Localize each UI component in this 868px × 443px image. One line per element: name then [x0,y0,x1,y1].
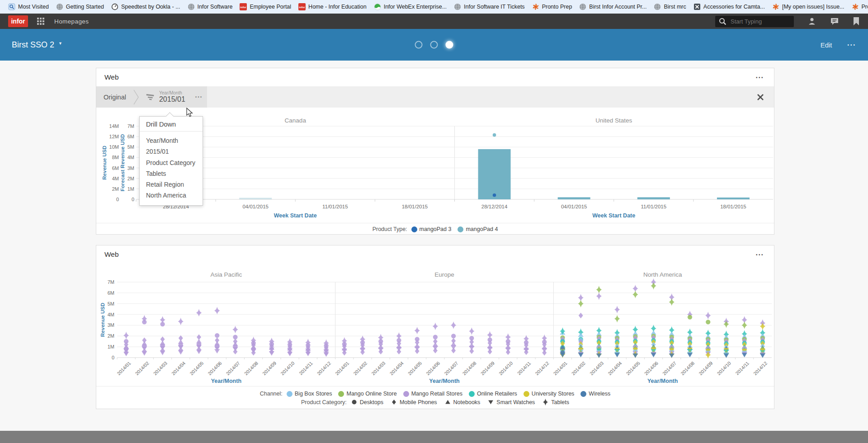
scatter-marker[interactable] [451,348,456,353]
bookmark-item[interactable]: Accessories for Camta... [690,0,769,14]
category-legend-item[interactable]: Desktops [351,399,383,405]
scatter-marker[interactable] [688,315,692,319]
scatter-marker[interactable] [614,315,620,323]
scatter-marker[interactable] [578,353,584,358]
bookmark-item[interactable]: Infor WebEx Enterprise... [370,0,450,14]
edit-button[interactable]: Edit [821,41,832,49]
menu-item-2015-01[interactable]: 2015/01 [140,146,203,157]
scatter-marker[interactable] [269,351,274,356]
category-legend-item[interactable]: Notebooks [444,399,481,405]
scatter-marker[interactable] [214,307,220,315]
scatter-marker[interactable] [178,350,184,355]
scatter-marker[interactable] [760,322,765,330]
bookmark-item[interactable]: Speedtest by Ookla - ... [108,0,184,14]
scatter-marker[interactable] [324,352,329,357]
scatter-marker[interactable] [506,349,510,355]
carousel-dot-1[interactable] [415,41,423,49]
bookmark-item[interactable]: Most Visited [5,0,52,14]
scatter-marker[interactable] [287,352,292,356]
scatter-marker[interactable] [742,353,747,358]
scatter-marker[interactable] [632,291,638,298]
bookmark-item[interactable]: Pronto Prep [528,0,576,14]
app-grid-icon[interactable] [37,18,44,25]
scatter-marker[interactable] [560,353,565,358]
scatter-marker[interactable] [596,286,602,293]
scatter-marker[interactable] [542,350,547,355]
carousel-dot-2[interactable] [430,41,438,49]
scatter-chart-revenue-by-month[interactable]: 01M2M3M4M5M6M7MRevenue USDAsia Pacific20… [96,269,774,386]
scatter-marker[interactable] [596,292,602,300]
scatter-marker[interactable] [433,322,438,330]
point-mangopad4[interactable] [493,133,496,137]
scatter-marker[interactable] [196,349,202,354]
scatter-marker[interactable] [414,327,420,335]
dashboard-title-dropdown[interactable]: Birst SSO 2 ▼ [12,40,62,50]
menu-item-product-category[interactable]: Product Category [140,157,203,168]
breadcrumb-original[interactable]: Original [96,86,133,108]
legend-item[interactable]: mangoPad 3 [411,226,452,232]
menu-item-year-month[interactable]: Year/Month [140,135,203,146]
point-mangopad3[interactable] [493,193,496,197]
scatter-marker[interactable] [305,352,311,356]
channel-legend-item[interactable]: Online Retailers [469,391,517,397]
scatter-marker[interactable] [233,349,237,354]
category-legend-item[interactable]: Smart Watches [487,399,535,405]
scatter-marker[interactable] [596,353,602,358]
bar-mangopad4[interactable] [478,149,511,199]
bookmark-item[interactable]: Pronto QA live [848,0,868,14]
search-input[interactable] [730,18,781,25]
scatter-marker[interactable] [469,327,474,335]
legend-item[interactable]: mangoPad 4 [458,226,498,232]
scatter-marker[interactable] [632,353,638,358]
scatter-marker[interactable] [123,332,129,339]
panel-menu-button[interactable]: ••• [756,252,764,257]
scatter-marker[interactable] [142,320,146,324]
scatter-marker[interactable] [360,349,365,355]
scatter-marker[interactable] [214,349,220,353]
scatter-marker[interactable] [687,353,693,358]
scatter-marker[interactable] [342,350,347,355]
channel-legend-item[interactable]: Mango Retail Stores [403,391,462,397]
infor-logo[interactable]: infor [8,15,28,27]
scatter-marker[interactable] [160,322,165,326]
scatter-marker[interactable] [451,321,456,329]
bookmark-item[interactable]: Birst mrc [650,0,689,14]
bookmark-item[interactable]: inforEmployee Portal [236,0,295,14]
scatter-marker[interactable] [469,348,474,353]
category-legend-item[interactable]: Tablets [542,399,569,405]
scatter-marker[interactable] [378,349,383,354]
category-legend-item[interactable]: Mobile Phones [391,399,437,405]
scatter-marker[interactable] [723,353,729,358]
global-search[interactable] [715,16,794,27]
scatter-marker[interactable] [614,306,620,313]
menu-item-north-america[interactable]: North America [140,190,203,201]
scatter-marker[interactable] [578,300,583,307]
close-drill-button[interactable] [757,86,774,108]
scatter-marker[interactable] [669,298,675,306]
scatter-marker[interactable] [760,353,765,358]
bar-mangopad4[interactable] [717,198,750,199]
scatter-marker[interactable] [741,321,747,329]
scatter-marker[interactable] [579,313,583,318]
scatter-marker[interactable] [123,352,129,356]
bookmark-item[interactable]: inforHome - Infor Education [295,0,370,14]
bookmark-item[interactable]: Infor Software IT Tickets [450,0,528,14]
scatter-marker[interactable] [232,326,238,334]
breadcrumb-more-button[interactable]: ••• [191,86,208,108]
scatter-marker[interactable] [396,349,401,354]
channel-legend-item[interactable]: Wireless [580,391,610,397]
scatter-marker[interactable] [415,348,420,353]
scatter-marker[interactable] [706,320,710,324]
user-icon[interactable] [807,17,816,26]
scatter-marker[interactable] [196,309,202,317]
panel-menu-button[interactable]: ••• [756,75,764,80]
scatter-marker[interactable] [433,348,438,353]
bar-mangopad4[interactable] [558,197,590,199]
menu-item-retail-region[interactable]: Retail Region [140,179,203,190]
bookmark-item[interactable]: Infor Software [184,0,236,14]
scatter-marker[interactable] [651,353,656,358]
scatter-marker[interactable] [651,282,656,290]
scatter-marker[interactable] [160,351,165,355]
scatter-marker[interactable] [669,353,675,358]
bookmark-item[interactable]: [My open issues] Issue... [769,0,848,14]
